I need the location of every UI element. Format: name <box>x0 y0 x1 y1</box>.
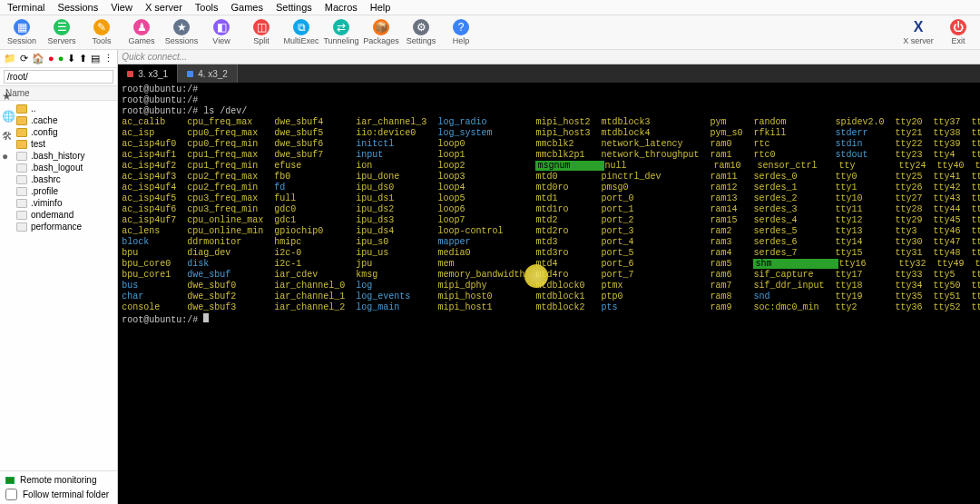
tool-exit[interactable]: ⏻Exit <box>940 17 976 47</box>
menu-view[interactable]: View <box>111 2 132 13</box>
more-icon[interactable]: ⋮ <box>103 53 113 64</box>
file-label: test <box>31 139 45 149</box>
file-label: .bash_history <box>31 151 84 161</box>
tool-view[interactable]: ◧View <box>203 17 240 47</box>
menu-macros[interactable]: Macros <box>325 2 358 13</box>
menu-settings[interactable]: Settings <box>276 2 312 13</box>
folder-icon <box>16 140 27 149</box>
file-icon <box>16 175 27 184</box>
sidebar-tab-star-icon[interactable]: ★ <box>2 90 15 103</box>
remote-monitoring-label: Remote monitoring <box>20 475 96 485</box>
tool-label: Tunneling <box>323 36 358 45</box>
tool-label: Session <box>7 36 36 45</box>
file-item[interactable]: .profile <box>15 185 115 197</box>
tool-label: Tools <box>92 36 111 45</box>
session-tab[interactable]: 3. x3_1 <box>118 64 178 83</box>
menu-tools[interactable]: Tools <box>195 2 219 13</box>
menu-games[interactable]: Games <box>231 2 263 13</box>
follow-terminal-input[interactable] <box>5 489 17 500</box>
file-label: .. <box>31 104 36 114</box>
tool-servers[interactable]: ☰Servers <box>44 17 80 47</box>
tool-label: X server <box>903 36 934 45</box>
file-item[interactable]: .viminfo <box>15 197 115 209</box>
sidebar-vertical-tabs: ★ 🌐 🛠 ● <box>0 86 17 166</box>
file-label: .profile <box>31 186 58 196</box>
games-icon: ♟ <box>133 19 150 35</box>
session-tabs: 3. x3_14. x3_2 <box>118 64 980 83</box>
file-icon <box>16 211 27 220</box>
nav-up-icon[interactable]: 📁 <box>4 53 16 64</box>
sidebar-tab-tools-icon[interactable]: 🛠 <box>2 130 15 143</box>
path-input[interactable] <box>4 70 113 84</box>
home-icon[interactable]: 🏠 <box>32 53 44 64</box>
file-label: .config <box>31 127 57 137</box>
file-item[interactable]: .bashrc <box>15 173 115 185</box>
tool-tools[interactable]: ✎Tools <box>83 17 120 47</box>
session-icon: ▦ <box>14 19 30 35</box>
file-label: performance <box>31 222 82 232</box>
tool-tunneling[interactable]: ⇄Tunneling <box>323 17 359 47</box>
x server-icon: X <box>910 19 926 35</box>
file-item[interactable]: .bash_history <box>15 150 115 162</box>
list-icon[interactable]: ▤ <box>91 53 100 64</box>
tool-settings[interactable]: ⚙Settings <box>403 17 439 47</box>
menu-bar: TerminalSessionsViewX serverToolsGamesSe… <box>0 0 980 15</box>
follow-terminal-checkbox[interactable]: Follow terminal folder <box>5 489 112 500</box>
packages-icon: 📦 <box>373 19 389 35</box>
tool-label: Sessions <box>165 36 199 45</box>
tool-x-server[interactable]: XX server <box>900 17 936 47</box>
split-icon: ◫ <box>253 19 270 35</box>
session-tab[interactable]: 4. x3_2 <box>178 64 238 83</box>
servers-icon: ☰ <box>54 19 70 35</box>
refresh-icon[interactable]: ⟳ <box>20 53 28 64</box>
file-icon <box>16 199 27 208</box>
tool-label: MultiExec <box>283 36 318 45</box>
quick-connect-bar[interactable]: Quick connect... <box>118 50 980 64</box>
file-item[interactable]: performance <box>15 221 115 232</box>
folder-icon <box>16 116 27 125</box>
file-tree: ...cache.configtest.bash_history.bash_lo… <box>0 101 117 470</box>
menu-terminal[interactable]: Terminal <box>7 2 45 13</box>
tools-icon: ✎ <box>93 19 110 35</box>
file-label: .cache <box>31 115 57 125</box>
sidebar-tab-globe-icon[interactable]: 🌐 <box>2 110 15 123</box>
file-item[interactable]: ondemand <box>15 209 115 221</box>
remote-monitoring-row[interactable]: Remote monitoring <box>5 475 112 485</box>
sidebar: 📁 ⟳ 🏠 ● ● ⬇ ⬆ ▤ ⋮ Name ...cache.configte… <box>0 50 118 504</box>
file-item[interactable]: .. <box>15 103 115 114</box>
tool-label: Games <box>128 36 154 45</box>
file-item[interactable]: .config <box>15 126 115 138</box>
tool-label: Servers <box>47 36 75 45</box>
file-list-header: Name <box>0 86 117 101</box>
tab-dot-icon <box>187 71 193 77</box>
file-icon <box>16 222 27 232</box>
file-item[interactable]: .bash_logout <box>15 162 115 173</box>
multiexec-icon: ⧉ <box>293 19 309 35</box>
menu-help[interactable]: Help <box>370 2 391 13</box>
upload-icon[interactable]: ⬆ <box>79 53 87 64</box>
tool-multiexec[interactable]: ⧉MultiExec <box>283 17 319 47</box>
tool-help[interactable]: ?Help <box>443 17 479 47</box>
menu-x-server[interactable]: X server <box>145 2 182 13</box>
tool-label: View <box>212 36 230 45</box>
file-item[interactable]: test <box>15 138 115 150</box>
settings-icon: ⚙ <box>413 19 429 35</box>
tool-split[interactable]: ◫Split <box>243 17 279 47</box>
bullet2-icon[interactable]: ● <box>58 53 64 64</box>
tool-sessions[interactable]: ★Sessions <box>163 17 200 47</box>
follow-terminal-label: Follow terminal folder <box>23 489 109 499</box>
file-item[interactable]: .cache <box>15 114 115 126</box>
help-icon: ? <box>453 19 469 35</box>
menu-sessions[interactable]: Sessions <box>58 2 99 13</box>
file-icon <box>16 152 27 161</box>
file-label: ondemand <box>31 210 74 220</box>
bullet-icon[interactable]: ● <box>48 53 54 64</box>
tunneling-icon: ⇄ <box>333 19 349 35</box>
sessions-icon: ★ <box>173 19 190 35</box>
terminal-output[interactable]: root@ubuntu:/# root@ubuntu:/# root@ubunt… <box>118 83 980 504</box>
tool-games[interactable]: ♟Games <box>123 17 160 47</box>
sidebar-tab-dot-icon[interactable]: ● <box>2 150 15 163</box>
tool-packages[interactable]: 📦Packages <box>363 17 399 47</box>
tool-session[interactable]: ▦Session <box>4 17 40 47</box>
download-icon[interactable]: ⬇ <box>67 53 75 64</box>
